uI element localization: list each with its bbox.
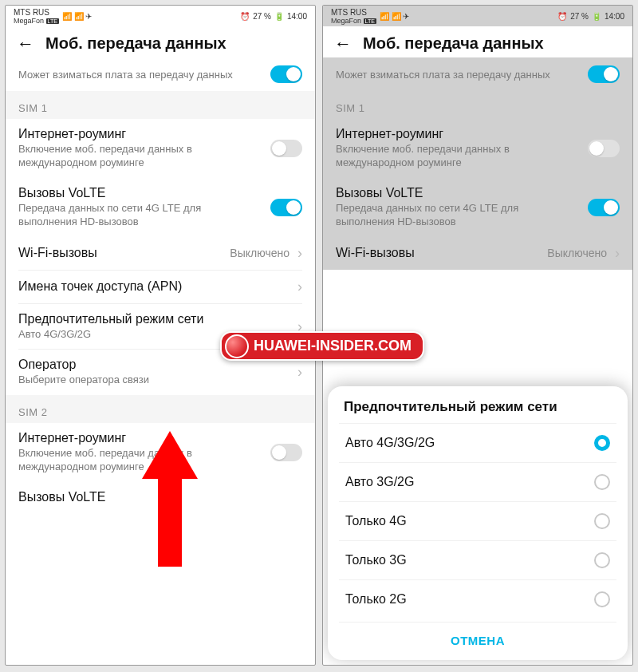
- watermark-badge: HUAWEI-INSIDER.COM: [220, 331, 424, 361]
- network-mode-sheet: Предпочтительный режим сети Авто 4G/3G/2…: [328, 386, 628, 660]
- carrier-1: MTS RUS: [331, 8, 376, 17]
- battery-icon: 🔋: [274, 12, 284, 21]
- chevron-right-icon: ›: [297, 245, 302, 262]
- sim2-header: SIM 2: [6, 395, 315, 423]
- sim1-wificalls-row[interactable]: Wi-Fi-вызовы Выключено ›: [6, 237, 315, 270]
- radio-icon[interactable]: [594, 591, 610, 607]
- battery-pct: 27 %: [570, 12, 589, 21]
- page-title: Моб. передача данных: [363, 34, 544, 53]
- sim1-roaming-row[interactable]: Интернет-роуминг Включение моб. передачи…: [323, 119, 632, 178]
- signal-icon: 📶 📶 ✈: [380, 12, 410, 21]
- statusbar: MTS RUS MegaFon LTE 📶 📶 ✈ ⏰ 27 % 🔋 14:00: [6, 6, 315, 26]
- battery-pct: 27 %: [253, 12, 271, 21]
- radio-icon[interactable]: [594, 474, 610, 490]
- mobile-data-toggle[interactable]: [588, 65, 620, 83]
- data-toggle-row[interactable]: Может взиматься плата за передачу данных: [6, 57, 315, 91]
- chevron-right-icon: ›: [297, 279, 302, 295]
- sim1-roaming-row[interactable]: Интернет-роуминг Включение моб. передачи…: [6, 119, 315, 178]
- sim1-header: SIM 1: [323, 91, 632, 119]
- carrier-2: MegaFon: [331, 17, 361, 25]
- option-auto-3g-2g[interactable]: Авто 3G/2G: [339, 462, 616, 501]
- alarm-icon: ⏰: [240, 12, 250, 21]
- page-title: Моб. передача данных: [45, 34, 226, 53]
- sim1-volte-row[interactable]: Вызовы VoLTE Передача данных по сети 4G …: [323, 178, 632, 237]
- sim1-volte-toggle[interactable]: [588, 199, 620, 216]
- sim1-volte-row[interactable]: Вызовы VoLTE Передача данных по сети 4G …: [6, 178, 315, 237]
- alarm-icon: ⏰: [557, 12, 567, 21]
- chevron-right-icon: ›: [615, 245, 620, 262]
- option-only-3g[interactable]: Только 3G: [339, 540, 616, 579]
- chevron-right-icon: ›: [297, 364, 302, 381]
- clock: 14:00: [605, 12, 624, 21]
- sim1-volte-toggle[interactable]: [270, 199, 302, 216]
- option-auto-4g-3g-2g[interactable]: Авто 4G/3G/2G: [339, 423, 616, 462]
- option-only-2g[interactable]: Только 2G: [339, 579, 616, 619]
- sim1-apn-row[interactable]: Имена точек доступа (APN) ›: [6, 271, 315, 303]
- huawei-logo-icon: [225, 334, 249, 358]
- sim1-wificalls-row[interactable]: Wi-Fi-вызовы Выключено ›: [323, 237, 632, 270]
- sheet-title: Предпочтительный режим сети: [344, 399, 612, 415]
- sim1-roaming-toggle[interactable]: [588, 140, 620, 157]
- option-only-4g[interactable]: Только 4G: [339, 501, 616, 540]
- red-arrow-icon: [142, 431, 198, 567]
- svg-marker-0: [142, 431, 198, 567]
- sim1-roaming-toggle[interactable]: [270, 140, 302, 157]
- sim2-roaming-toggle[interactable]: [270, 444, 302, 461]
- carrier-1: MTS RUS: [14, 8, 59, 17]
- signal-icon: 📶 📶 ✈: [62, 12, 93, 21]
- radio-selected-icon[interactable]: [594, 435, 610, 451]
- radio-icon[interactable]: [594, 552, 610, 568]
- back-button[interactable]: ←: [334, 35, 352, 53]
- battery-icon: 🔋: [592, 12, 601, 21]
- clock: 14:00: [287, 12, 307, 21]
- back-button[interactable]: ←: [17, 35, 34, 53]
- statusbar: MTS RUS MegaFon LTE 📶 📶 ✈ ⏰ 27 % 🔋 14:00: [323, 6, 632, 26]
- carrier-2: MegaFon: [14, 17, 44, 25]
- sim1-header: SIM 1: [6, 91, 315, 119]
- data-toggle-row[interactable]: Может взиматься плата за передачу данных: [323, 57, 632, 91]
- radio-icon[interactable]: [594, 513, 610, 529]
- cancel-button[interactable]: ОТМЕНА: [339, 622, 616, 652]
- mobile-data-toggle[interactable]: [270, 65, 302, 83]
